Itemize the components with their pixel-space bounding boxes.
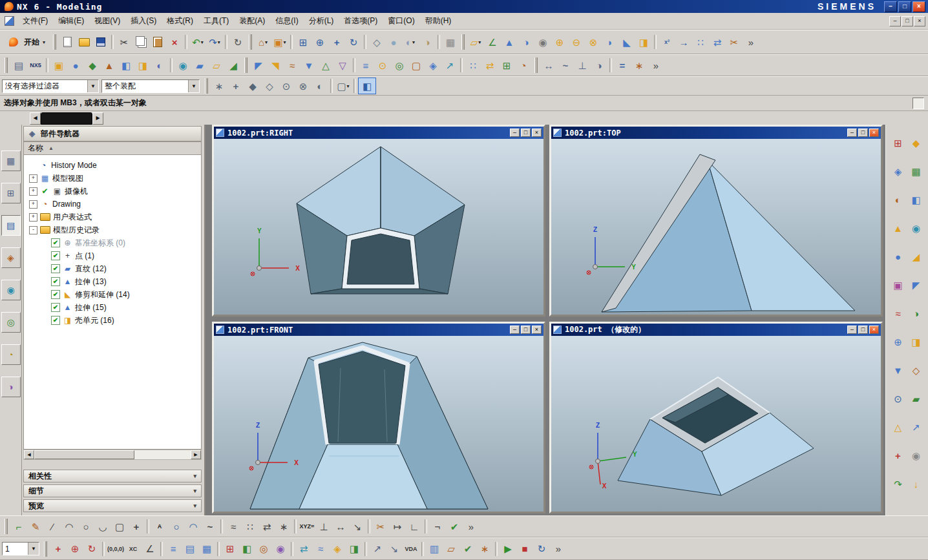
plus-surface-icon[interactable]: +	[890, 448, 907, 463]
toolbar-grip[interactable]	[461, 34, 465, 50]
ball-icon[interactable]: ●	[890, 249, 907, 264]
wave-icon[interactable]: ≈	[890, 306, 907, 321]
dimension-icon[interactable]: ↔	[332, 519, 349, 534]
sphere-icon[interactable]: ●	[67, 57, 84, 73]
wcs-dynamics-icon[interactable]: +	[50, 541, 67, 557]
scrollbar-thumb[interactable]	[34, 450, 134, 459]
diamond-icon[interactable]: ◇	[908, 362, 925, 378]
paste-icon[interactable]	[149, 34, 166, 50]
mirror-curve-icon[interactable]: ⇄	[258, 519, 275, 534]
immediate-hide-icon[interactable]: ◉	[272, 541, 289, 557]
name-column-header[interactable]: 名称 ▲	[23, 141, 202, 155]
circle-icon[interactable]: ○	[78, 519, 94, 534]
section-preview[interactable]: 预览▾	[23, 499, 202, 512]
toolbar-grip[interactable]	[5, 57, 8, 73]
block-icon[interactable]: ◧	[118, 57, 134, 73]
intersection-point-icon[interactable]: ∗	[275, 519, 292, 534]
snap-center-icon[interactable]: ⊙	[278, 78, 295, 94]
copy-icon[interactable]	[132, 34, 149, 50]
layer-settings-icon[interactable]: ≡	[165, 541, 182, 557]
offset-surface-icon[interactable]: ◤	[250, 57, 267, 73]
title-bar[interactable]: NX 6 - Modeling SIEMENS – □ ×	[0, 0, 928, 13]
toolbar-grip[interactable]	[534, 57, 538, 73]
expand-icon[interactable]: +	[29, 187, 37, 196]
chevron-down-icon[interactable]: ▼	[87, 80, 98, 92]
chevron-down-icon[interactable]: ▾	[284, 39, 286, 45]
face-analysis-icon[interactable]: ◑	[419, 34, 436, 50]
feature-checkbox[interactable]: ✔	[51, 277, 60, 286]
chevron-down-icon[interactable]: ▼	[28, 543, 39, 555]
toolbar-grip[interactable]	[205, 78, 208, 94]
viewport-minimize-button[interactable]: –	[510, 129, 520, 137]
expand-icon[interactable]: +	[29, 213, 37, 222]
interpart-link-icon[interactable]: ⇄	[295, 541, 312, 557]
chevron-down-icon[interactable]: ▾	[478, 39, 481, 45]
menu-s[interactable]: 插入(S)	[125, 14, 162, 28]
gateway-icon[interactable]: ▤	[10, 57, 27, 73]
menu-h[interactable]: 帮助(H)	[420, 14, 457, 28]
viewport-restore-button[interactable]: □	[858, 326, 868, 334]
point-dialog-icon[interactable]: (0,0,0)	[107, 541, 125, 557]
zoom-icon[interactable]: ⊕	[311, 34, 328, 50]
viewport-close-button[interactable]: ×	[869, 129, 879, 137]
drop-icon[interactable]: ↓	[908, 476, 925, 492]
bottom1-overflow-icon[interactable]: »	[463, 519, 480, 534]
tree-row-clock-icon[interactable]: ◔History Mode	[24, 159, 201, 172]
feature-checkbox[interactable]: ✔	[51, 290, 60, 299]
ruled-strip-icon[interactable]: ▰	[908, 391, 925, 406]
patch-icon[interactable]: ▼	[301, 57, 317, 73]
sketch-icon[interactable]: ∠	[484, 34, 501, 50]
layer-visible-icon[interactable]: ▤	[182, 541, 198, 557]
tab-scroll-right-button[interactable]: ▶	[92, 112, 103, 125]
part-cleanup-icon[interactable]: ∗	[476, 541, 493, 557]
chevron-down-icon[interactable]: ▾	[347, 83, 350, 89]
nx5-badge[interactable]: NX5	[27, 57, 44, 73]
expand-icon[interactable]: +	[29, 200, 37, 209]
move-object-icon[interactable]: →	[675, 34, 692, 50]
viewport-restore-button[interactable]: □	[521, 129, 531, 137]
draft-icon[interactable]: ≡	[357, 57, 374, 73]
menu-r[interactable]: 格式(R)	[162, 14, 198, 28]
fit-view-icon[interactable]: ⊞	[295, 34, 311, 50]
stop-icon[interactable]: ■	[516, 541, 533, 557]
extrude-icon[interactable]: ▲	[501, 34, 518, 50]
wave-geometry-icon[interactable]: ≈	[312, 541, 329, 557]
chamfer-icon[interactable]: ◣	[618, 34, 635, 50]
fillet-surface-icon[interactable]: ◤	[908, 277, 925, 293]
collapse-icon[interactable]: -	[29, 226, 37, 234]
tab-scroll-left-button[interactable]: ◀	[30, 112, 41, 125]
part-navigator-icon[interactable]: ▤	[1, 215, 21, 236]
thicken-icon[interactable]: ◥	[267, 57, 284, 73]
xyz-icon[interactable]: XYZ=	[299, 519, 315, 534]
chevron-down-icon[interactable]: ▾	[193, 473, 196, 479]
viewport-close-button[interactable]: ×	[869, 326, 879, 334]
grid-icon[interactable]: ⊞	[222, 541, 238, 557]
cylinder-icon[interactable]: ◆	[84, 57, 101, 73]
triangle-surface-icon[interactable]: △	[890, 419, 907, 435]
scroll-left-arrow[interactable]: ◀	[24, 450, 34, 459]
chevron-down-icon[interactable]: ▾	[201, 39, 204, 45]
section-details[interactable]: 细节▾	[23, 484, 202, 497]
selection-filter-combo[interactable]: 没有选择过滤器 ▼	[2, 79, 99, 93]
target-icon[interactable]: ⊙	[890, 391, 907, 406]
tree-row-extrude-feature-icon[interactable]: ✔▲拉伸 (15)	[24, 301, 201, 314]
finish-sketch-icon[interactable]: ✔	[446, 519, 463, 534]
tree-row-point-feature-icon[interactable]: ✔+点 (1)	[24, 249, 201, 262]
divide-face-icon[interactable]: ▽	[334, 57, 351, 73]
feature-checkbox[interactable]: ✔	[51, 264, 60, 273]
viewport-title-bar[interactable]: 1002.prt:RIGHT–□×	[214, 127, 543, 139]
expressions-icon[interactable]: =	[614, 57, 631, 73]
instance-icon[interactable]: ∷	[465, 57, 481, 73]
viewport-canvas-front[interactable]: ZX	[214, 336, 543, 512]
feature-checkbox[interactable]: ✔	[51, 251, 60, 260]
csys-dialog-icon[interactable]: ∠	[142, 541, 158, 557]
edge-blend-icon[interactable]: ◗	[602, 34, 618, 50]
datum-csys-icon[interactable]: ▣	[50, 57, 67, 73]
viewport-canvas-iso[interactable]: ZYX	[551, 336, 881, 512]
extract-body-icon[interactable]: ◈	[329, 541, 346, 557]
sketch-pencil-icon[interactable]: ✎	[27, 519, 44, 534]
restore-button[interactable]: □	[898, 1, 911, 12]
cone-icon[interactable]: ▲	[101, 57, 118, 73]
play-icon[interactable]: ▶	[500, 541, 516, 557]
trim-body-icon[interactable]: ✂	[726, 34, 743, 50]
